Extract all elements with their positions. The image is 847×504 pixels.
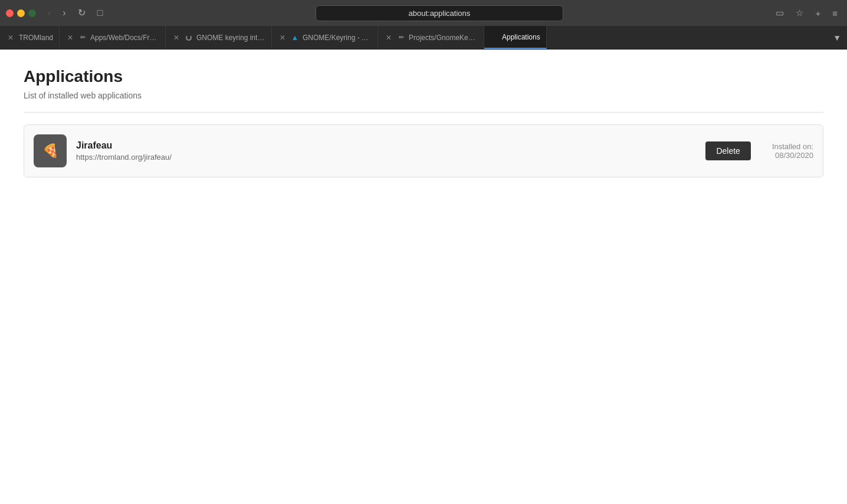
tab-more-button[interactable]: ▼ <box>827 26 847 49</box>
tab-apps-web-close[interactable]: ✕ <box>65 33 75 42</box>
tab-projects-gnome-favicon: ✏ <box>397 34 405 42</box>
page-subtitle: List of installed web applications <box>24 91 823 100</box>
tab-gnome-keyring-arch-close[interactable]: ✕ <box>278 33 287 42</box>
back-button[interactable]: ‹ <box>44 6 54 20</box>
tab-gnome-keyring[interactable]: ✕ GNOME keyring integra... <box>166 26 272 49</box>
reload-button[interactable]: ↻ <box>74 6 89 20</box>
tab-gnome-keyring-close[interactable]: ✕ <box>172 33 181 42</box>
install-label-jirafeau: Installed on: <box>772 142 813 151</box>
tab-apps-web-label: Apps/Web/Docs/Freque... <box>90 34 159 42</box>
tab-tromland-label: TROMland <box>19 34 53 42</box>
tab-gnome-keyring-arch-label: GNOME/Keyring - Arch... <box>303 34 372 42</box>
address-bar-wrapper: about:applications <box>111 5 767 21</box>
bookmark-button[interactable]: ☆ <box>792 5 807 21</box>
tab-gnome-keyring-arch[interactable]: ✕ ▲ GNOME/Keyring - Arch... <box>272 26 378 49</box>
minimize-button[interactable] <box>17 9 25 17</box>
tab-tromland[interactable]: ✕ TROMland <box>0 26 60 49</box>
tab-gnome-keyring-arch-favicon: ▲ <box>291 34 299 42</box>
tab-applications-favicon <box>490 33 498 41</box>
app-item-jirafeau: 🍕 Jirafeau https://tromland.org/jirafeau… <box>24 124 823 177</box>
tab-gnome-keyring-favicon <box>185 34 193 42</box>
new-tab-button[interactable]: □ <box>94 6 107 20</box>
page-title: Applications <box>24 67 823 86</box>
tab-projects-gnome-close[interactable]: ✕ <box>384 33 393 42</box>
app-url-jirafeau: https://tromland.org/jirafeau/ <box>76 153 696 162</box>
delete-button-jirafeau[interactable]: Delete <box>705 141 750 160</box>
install-info-jirafeau: Installed on: 08/30/2020 <box>772 142 813 160</box>
traffic-lights <box>6 9 36 17</box>
tab-projects-gnome-label: Projects/GnomeKeyring/... <box>409 34 478 42</box>
address-bar[interactable]: about:applications <box>316 5 563 21</box>
maximize-button[interactable] <box>28 9 36 17</box>
tab-tromland-close[interactable]: ✕ <box>6 33 15 42</box>
forward-button[interactable]: › <box>59 6 69 20</box>
tab-apps-web[interactable]: ✕ ✏ Apps/Web/Docs/Freque... <box>60 26 166 49</box>
tab-projects-gnome[interactable]: ✕ ✏ Projects/GnomeKeyring/... <box>378 26 484 49</box>
install-date-jirafeau: 08/30/2020 <box>772 151 813 160</box>
app-icon-jirafeau: 🍕 <box>34 134 67 167</box>
divider <box>24 112 823 113</box>
tab-applications[interactable]: Applications <box>484 26 547 49</box>
bookmark-add-button[interactable]: + <box>812 6 824 21</box>
tab-gnome-keyring-label: GNOME keyring integra... <box>196 34 265 42</box>
menu-button[interactable]: ≡ <box>829 6 841 21</box>
cast-button[interactable]: ▭ <box>772 5 787 21</box>
titlebar-right: ▭ ☆ + ≡ <box>772 5 841 21</box>
tabbar: ✕ TROMland ✕ ✏ Apps/Web/Docs/Freque... ✕… <box>0 26 847 50</box>
app-name-jirafeau: Jirafeau <box>76 140 696 151</box>
main-content: Applications List of installed web appli… <box>0 50 847 504</box>
tab-applications-label: Applications <box>502 33 540 41</box>
tab-apps-web-favicon: ✏ <box>78 34 87 42</box>
titlebar: ‹ › ↻ □ about:applications ▭ ☆ + ≡ <box>0 0 847 26</box>
app-info-jirafeau: Jirafeau https://tromland.org/jirafeau/ <box>76 140 696 162</box>
close-button[interactable] <box>6 9 14 17</box>
